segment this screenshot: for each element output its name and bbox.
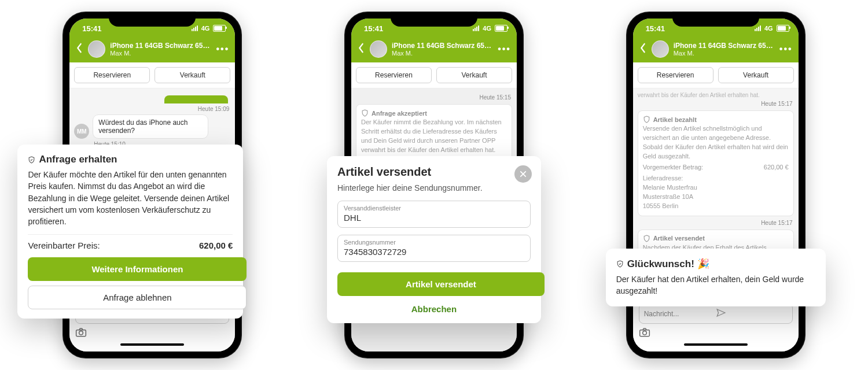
back-icon[interactable]	[75, 43, 83, 56]
back-icon[interactable]	[357, 43, 365, 56]
listing-thumb[interactable]	[370, 40, 387, 58]
reserve-button[interactable]: Reservieren	[638, 67, 713, 83]
status-time: 15:41	[82, 24, 101, 33]
sold-button[interactable]: Verkauft	[718, 67, 794, 83]
camera-icon[interactable]	[75, 327, 229, 340]
card-title: Artikel bezahlt	[653, 116, 697, 123]
listing-thumb[interactable]	[88, 40, 105, 58]
timestamp: Heute 15:17	[639, 101, 793, 107]
sold-button[interactable]: Verkauft	[436, 67, 512, 83]
incoming-message-row: MM Würdest du das iPhone auch versenden?	[74, 114, 230, 139]
truncated-text: verwahrt bis der Käufer den Artikel erha…	[638, 92, 794, 98]
overlay-title: Artikel versendet	[337, 165, 531, 179]
listing-thumb[interactable]	[652, 40, 669, 58]
action-pills: Reservieren Verkauft	[633, 62, 799, 88]
overlay-title-row: Anfrage erhalten	[28, 154, 233, 165]
card-body: Versende den Artikel schnellstmöglich un…	[643, 124, 789, 161]
tracking-value: 7345830372729	[344, 247, 524, 257]
more-icon[interactable]: •••	[216, 44, 230, 54]
timestamp: Heute 15:17	[639, 220, 793, 226]
header-title[interactable]: iPhone 11 64GB Schwarz 650 € Max M.	[392, 42, 493, 57]
back-icon[interactable]	[639, 43, 647, 56]
svg-point-1	[79, 331, 83, 335]
reserve-button[interactable]: Reservieren	[74, 67, 150, 83]
listing-seller: Max M.	[674, 50, 775, 57]
message-input[interactable]: Nachricht...	[639, 304, 793, 324]
status-net: 4G	[483, 25, 491, 32]
overlay-subtitle: Hinterlege hier deine Sendungsnummer.	[337, 182, 531, 194]
battery-icon	[777, 25, 789, 32]
home-indicator	[684, 343, 748, 346]
card-title: Artikel versendet	[653, 235, 705, 242]
price-label: Vereinbarter Preis:	[28, 240, 100, 250]
listing-seller: Max M.	[110, 50, 211, 57]
carrier-value: DHL	[344, 213, 524, 223]
amount-label: Vorgemerkter Betrag:	[643, 164, 704, 171]
header-title[interactable]: iPhone 11 64GB Schwarz 650 € Max M.	[674, 42, 775, 57]
battery-icon	[495, 25, 507, 32]
listing-seller: Max M.	[392, 50, 493, 57]
address-label: Lieferadresse:	[643, 174, 789, 183]
status-time: 15:41	[364, 24, 383, 33]
chat-header: iPhone 11 64GB Schwarz 650 € Max M. •••	[633, 38, 799, 62]
price-row: Vereinbarter Preis: 620,00 €	[28, 234, 233, 250]
notch	[391, 12, 477, 27]
more-icon[interactable]: •••	[779, 44, 793, 54]
listing-title: iPhone 11 64GB Schwarz 650 €	[392, 42, 493, 50]
carrier-field[interactable]: Versanddienstleister DHL	[337, 201, 531, 228]
more-icon[interactable]: •••	[498, 44, 511, 54]
camera-icon[interactable]	[639, 327, 793, 340]
address-line: Musterstraße 10A	[643, 193, 789, 202]
shipping-overlay: Artikel versendet Hinterlege hier deine …	[327, 156, 541, 323]
header-title[interactable]: iPhone 11 64GB Schwarz 650 € Max M.	[110, 42, 211, 57]
home-indicator	[120, 343, 184, 346]
price-value: 620,00 €	[199, 240, 233, 250]
overlay-title: Glückwunsch! 🎉	[627, 258, 709, 270]
timestamp: Heute 15:09	[75, 106, 229, 112]
composer: Nachricht...	[633, 299, 799, 352]
partial-bubble	[164, 95, 228, 103]
congrats-overlay: Glückwunsch! 🎉 Der Käufer hat den Artike…	[606, 249, 826, 306]
listing-title: iPhone 11 64GB Schwarz 650 €	[110, 42, 211, 50]
status-net: 4G	[764, 25, 773, 32]
notch	[672, 12, 759, 27]
overlay-body: Der Käufer hat den Artikel erhalten, dei…	[616, 273, 815, 297]
overlay-title-row: Glückwunsch! 🎉	[616, 258, 815, 270]
status-net: 4G	[201, 25, 210, 32]
amount-value: 620,00 €	[764, 164, 789, 171]
chat-header: iPhone 11 64GB Schwarz 650 € Max M. •••	[351, 38, 517, 62]
tracking-field[interactable]: Sendungsnummer 7345830372729	[337, 235, 531, 262]
more-info-button[interactable]: Weitere Informationen	[28, 257, 247, 281]
overlay-body: Der Käufer möchte den Artikel für den un…	[28, 169, 233, 227]
card-body: Der Käufer nimmt die Bezahlung vor. Im n…	[361, 118, 507, 155]
phone-frame: 15:41 4G iPhone 11 64GB Schwarz 650 € Ma…	[626, 12, 806, 358]
address-line: Melanie Musterfrau	[643, 183, 789, 193]
notch	[109, 12, 196, 27]
listing-title: iPhone 11 64GB Schwarz 650 €	[674, 42, 775, 50]
signal-icon	[755, 25, 761, 31]
signal-icon	[192, 25, 198, 31]
sold-button[interactable]: Verkauft	[155, 67, 230, 83]
tracking-label: Sendungsnummer	[344, 239, 524, 246]
send-icon[interactable]	[716, 308, 788, 320]
decline-button[interactable]: Anfrage ablehnen	[28, 286, 247, 309]
reserve-button[interactable]: Reservieren	[356, 67, 432, 83]
cancel-button[interactable]: Abbrechen	[337, 304, 531, 314]
system-card-accepted: Anfrage akzeptiert Der Käufer nimmt die …	[356, 104, 512, 160]
chat-header: iPhone 11 64GB Schwarz 650 € Max M. •••	[69, 38, 235, 62]
action-pills: Reservieren Verkauft	[69, 62, 235, 88]
overlay-title: Anfrage erhalten	[39, 154, 117, 165]
svg-point-5	[642, 331, 646, 335]
submit-shipping-button[interactable]: Artikel versendet	[337, 272, 545, 296]
system-card-paid: Artikel bezahlt Versende den Artikel sch…	[638, 110, 794, 216]
action-pills: Reservieren Verkauft	[351, 62, 517, 88]
avatar: MM	[74, 124, 89, 139]
close-icon[interactable]	[514, 165, 532, 183]
message-placeholder: Nachricht...	[644, 310, 716, 318]
timestamp: Heute 15:15	[357, 94, 511, 101]
request-overlay: Anfrage erhalten Der Käufer möchte den A…	[17, 145, 243, 319]
card-title: Anfrage akzeptiert	[372, 110, 427, 117]
carrier-label: Versanddienstleister	[344, 205, 524, 212]
signal-icon	[473, 25, 479, 31]
message-bubble: Würdest du das iPhone auch versenden?	[93, 114, 208, 139]
